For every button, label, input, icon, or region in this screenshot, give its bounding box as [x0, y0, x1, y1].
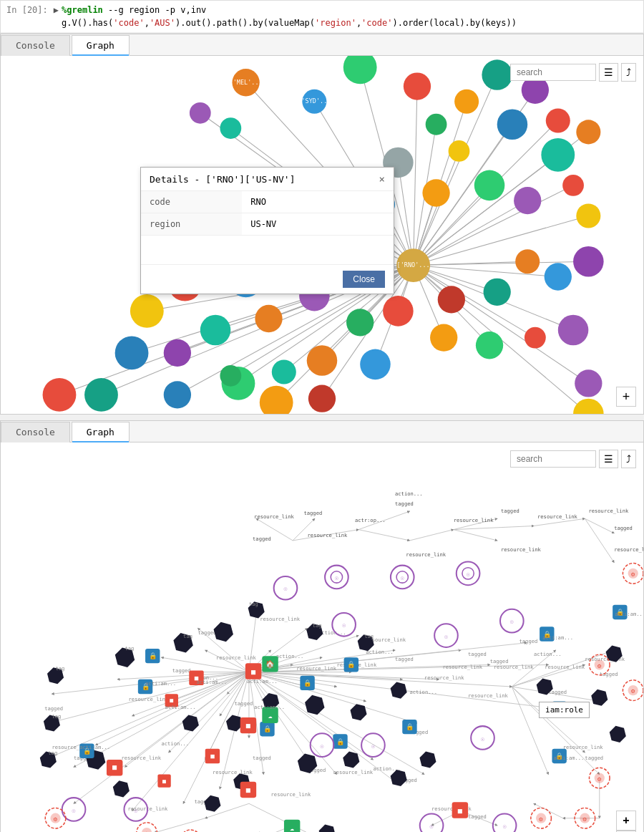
svg-text:☉: ☉ — [342, 621, 346, 629]
run-icon[interactable]: ▶ — [54, 4, 59, 16]
svg-marker-216 — [588, 686, 611, 709]
node-zap[interactable] — [482, 59, 512, 90]
node-pdx[interactable] — [43, 378, 77, 412]
node-sfo2[interactable] — [200, 315, 231, 346]
node-dfw[interactable] — [346, 309, 374, 336]
node-syd3[interactable] — [404, 72, 431, 100]
tag-node-15[interactable] — [387, 679, 410, 702]
svg-text:action...: action... — [276, 653, 304, 659]
node-sfo[interactable] — [255, 305, 282, 332]
node-iad[interactable] — [515, 249, 540, 274]
node-yap[interactable] — [449, 140, 470, 162]
top-search-input[interactable] — [510, 64, 596, 81]
node-atl4[interactable] — [558, 315, 589, 346]
tag-node-23[interactable] — [416, 748, 439, 771]
label-action1: action... — [395, 490, 423, 497]
node-iad2[interactable] — [545, 263, 572, 290]
svg-text:🏠: 🏠 — [265, 659, 275, 669]
node-ord3[interactable] — [164, 339, 191, 367]
bottom-graph-svg: ■ — [1, 442, 643, 832]
bottom-nodes[interactable]: 🔒 🔒 🔒 🔒 🔒 🔒 🔒 🔒 🔒 🔒 — [26, 490, 643, 832]
bottom-list-btn[interactable]: ☰ — [599, 450, 618, 468]
node-atl3[interactable] — [525, 327, 546, 349]
red-gear-node-8[interactable]: ⚙ — [623, 680, 643, 701]
node-oak6[interactable] — [84, 378, 118, 412]
tab-console-top[interactable]: Console — [1, 35, 70, 56]
tab-console-bottom[interactable]: Console — [1, 422, 70, 442]
code-method: g.V().has('code','AUS').out().path().by(… — [62, 18, 517, 28]
node-tul4[interactable] — [576, 203, 600, 228]
bottom-expand-btn[interactable]: ⤴ — [621, 450, 636, 468]
node-tul[interactable] — [474, 170, 505, 201]
node-ord4[interactable] — [115, 336, 149, 369]
node-jfk2[interactable] — [573, 399, 604, 414]
tag-node-17[interactable] — [340, 748, 363, 771]
node-map[interactable] — [576, 120, 600, 144]
svg-text:tagged: tagged — [468, 813, 487, 820]
svg-line-132 — [409, 530, 453, 541]
node-rno[interactable] — [396, 248, 430, 282]
node-jfk[interactable] — [575, 369, 602, 397]
bottom-tabs: Console Graph — [1, 421, 643, 442]
node-aus[interactable] — [272, 359, 296, 384]
node-oak4[interactable] — [220, 365, 241, 387]
top-expand-btn[interactable]: ⤴ — [621, 63, 636, 82]
node-den[interactable] — [260, 386, 293, 414]
modal-val-code: RNO — [242, 191, 394, 213]
svg-line-134 — [454, 530, 497, 541]
label-acti6: acti:am... — [254, 704, 285, 710]
svg-text:resource_link: resource_link — [254, 513, 294, 520]
node-rap[interactable] — [541, 138, 575, 172]
svg-text:☉: ☉ — [430, 823, 434, 830]
node-syd2[interactable] — [220, 117, 241, 139]
node-dfw2[interactable] — [383, 296, 414, 326]
svg-line-85 — [249, 614, 256, 672]
bottom-search-bar: ☰ ⤴ — [510, 450, 636, 468]
bottom-search-input[interactable] — [510, 450, 596, 468]
red-gear-node-2[interactable]: ⚙ — [137, 823, 157, 832]
node-sap3[interactable] — [497, 109, 528, 140]
node-ord2[interactable] — [130, 294, 164, 328]
node-den2[interactable] — [308, 385, 336, 412]
node-oak5[interactable] — [164, 381, 191, 408]
label-tag3: tag — [52, 713, 61, 720]
node-green-top[interactable] — [343, 56, 377, 84]
modal-close-x[interactable]: × — [379, 173, 385, 185]
tag-node-26[interactable] — [606, 722, 629, 745]
svg-text:resource_link: resource_link — [216, 654, 256, 661]
tab-graph-bottom[interactable]: Graph — [72, 422, 130, 442]
node-mel[interactable] — [232, 69, 259, 96]
top-tabs: Console Graph — [1, 34, 643, 56]
node-syd[interactable] — [302, 90, 326, 114]
node-atl2[interactable] — [476, 332, 503, 359]
modal-close-btn[interactable]: Close — [343, 271, 385, 288]
zoom-in-btn[interactable]: + — [616, 811, 636, 831]
svg-line-131 — [358, 530, 409, 541]
node-nap[interactable] — [546, 108, 570, 132]
top-plus-btn[interactable]: + — [616, 387, 636, 407]
node-oak3[interactable] — [422, 179, 449, 206]
modal-header: Details - ['RNO']['US-NV'] × — [141, 168, 394, 191]
svg-text:🔒: 🔒 — [263, 725, 272, 733]
red-gear-node-9[interactable]: ⚙ — [623, 563, 643, 584]
tag-node-25[interactable] — [588, 686, 611, 709]
tab-graph-top[interactable]: Graph — [72, 35, 130, 56]
tag-node-28[interactable] — [316, 821, 338, 832]
tag-node-20[interactable] — [110, 778, 133, 800]
tag-node-29[interactable] — [250, 828, 273, 832]
node-iad3[interactable] — [573, 246, 604, 277]
node-atl[interactable] — [430, 324, 457, 351]
top-list-btn[interactable]: ☰ — [599, 63, 618, 82]
node-dfw3[interactable] — [438, 286, 465, 313]
node-tul2[interactable] — [514, 187, 541, 214]
node-dfw4[interactable] — [484, 279, 511, 306]
svg-text:resource_link: resource_link — [296, 665, 336, 672]
node-mia[interactable] — [360, 349, 391, 380]
node-arv[interactable] — [190, 102, 211, 124]
node-gap[interactable] — [426, 114, 447, 135]
node-mia2[interactable] — [307, 345, 338, 376]
node-tul3[interactable] — [562, 175, 584, 196]
node-sap[interactable] — [454, 90, 479, 114]
label-acti2: acti:am... — [79, 744, 110, 750]
tag-node-14[interactable] — [347, 701, 370, 724]
